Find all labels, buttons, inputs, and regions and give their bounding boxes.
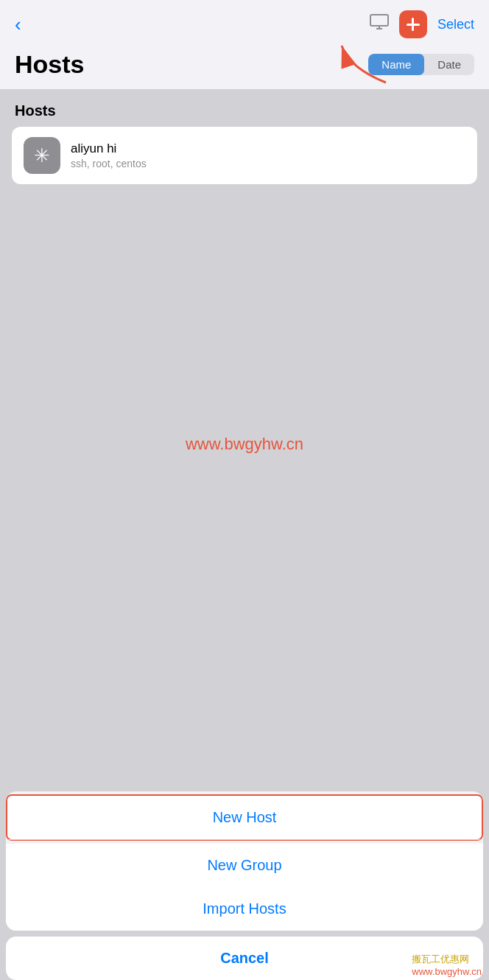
host-item[interactable]: ✳ aliyun hi ssh, root, centos bbox=[12, 127, 477, 184]
import-hosts-button[interactable]: Import Hosts bbox=[6, 887, 483, 931]
select-button[interactable]: Select bbox=[437, 17, 474, 32]
sort-name-button[interactable]: Name bbox=[368, 54, 424, 75]
host-list: ✳ aliyun hi ssh, root, centos bbox=[12, 127, 477, 184]
watermark: www.bwgyhw.cn bbox=[186, 435, 303, 454]
new-group-button[interactable]: New Group bbox=[6, 844, 483, 887]
svg-rect-0 bbox=[370, 15, 388, 26]
back-button[interactable]: ‹ bbox=[15, 15, 21, 34]
sort-date-button[interactable]: Date bbox=[424, 54, 474, 75]
page-title-bar: Hosts Name Date bbox=[0, 46, 489, 89]
new-host-button[interactable]: New Host bbox=[6, 794, 483, 841]
nav-bar: ‹ Select bbox=[0, 0, 489, 46]
host-details: ssh, root, centos bbox=[71, 158, 147, 169]
host-icon: ✳ bbox=[24, 137, 60, 174]
section-header: Hosts bbox=[12, 102, 477, 119]
action-sheet-overlay: New Host New Group Import Hosts Cancel bbox=[0, 791, 489, 980]
page-title: Hosts bbox=[15, 50, 84, 79]
cancel-button[interactable]: Cancel bbox=[6, 937, 483, 980]
nav-left: ‹ bbox=[15, 15, 21, 34]
nav-right: Select bbox=[370, 10, 474, 38]
action-sheet: New Host New Group Import Hosts bbox=[6, 791, 483, 931]
add-button[interactable] bbox=[399, 10, 427, 38]
main-content: Hosts ✳ aliyun hi ssh, root, centos bbox=[0, 89, 489, 197]
host-info: aliyun hi ssh, root, centos bbox=[71, 141, 147, 169]
host-name: aliyun hi bbox=[71, 141, 147, 156]
sort-toggle: Name Date bbox=[368, 54, 474, 75]
monitor-icon[interactable] bbox=[370, 14, 389, 35]
